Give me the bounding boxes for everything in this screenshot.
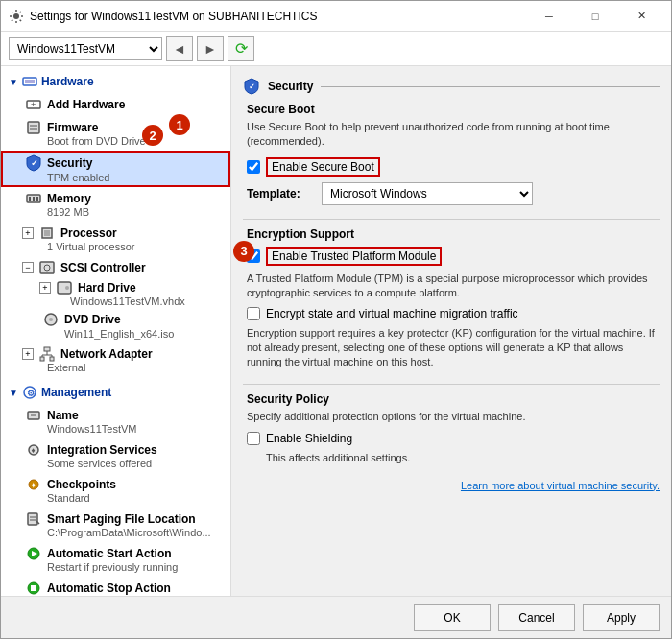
sidebar-item-security[interactable]: ✓ Security TPM enabled [1,151,230,187]
auto-start-sub: Restart if previously running [26,561,221,573]
secure-boot-section: Secure Boot Use Secure Boot to help prev… [243,103,660,205]
svg-text:+: + [31,100,36,109]
add-hardware-label: Add Hardware [47,98,125,111]
refresh-button[interactable]: ⟳ [228,36,254,61]
sidebar: ▼ Hardware + Add Hardware [1,66,231,596]
svg-point-18 [65,286,69,290]
sidebar-item-firmware[interactable]: Firmware Boot from DVD Drive 1 [1,116,230,151]
sidebar-item-dvd[interactable]: DVD Drive Win11_English_x64.iso [1,310,230,343]
enable-tpm-row: Enable Trusted Platform Module 3 [247,247,660,266]
sidebar-item-checkpoints[interactable]: ✦ Checkpoints Standard [1,473,230,508]
hardware-label: Hardware [41,75,94,88]
forward-button[interactable]: ► [197,36,224,61]
content-area: ▼ Hardware + Add Hardware [1,66,671,596]
enable-shielding-label[interactable]: Enable Shielding [266,432,352,445]
title-bar-left: Settings for Windows11TestVM on SUBHANIT… [9,9,317,24]
memory-sub: 8192 MB [26,206,221,218]
ok-button[interactable]: OK [414,604,491,631]
template-row: Template: Microsoft Windows [247,182,660,205]
svg-point-20 [49,318,53,321]
enable-tpm-label[interactable]: Enable Trusted Platform Module [266,247,442,266]
cancel-button[interactable]: Cancel [498,604,575,631]
encrypt-migration-checkbox[interactable] [247,307,260,320]
sidebar-item-smart-paging[interactable]: Smart Paging File Location C:\ProgramDat… [1,508,230,542]
footer: OK Cancel Apply [1,596,671,638]
network-label: Network Adapter [60,347,153,361]
management-section-header[interactable]: ▼ ⚙ Management [1,381,230,404]
security-policy-section: Security Policy Specify additional prote… [243,392,660,466]
svg-point-0 [13,13,19,19]
maximize-button[interactable]: □ [573,1,617,32]
sidebar-item-auto-stop[interactable]: Automatic Stop Action Save [1,577,230,596]
minimize-button[interactable]: ─ [527,1,571,32]
dvd-sub: Win11_English_x64.iso [43,328,174,340]
apply-button[interactable]: Apply [583,604,660,631]
hardware-section-header[interactable]: ▼ Hardware [1,70,230,93]
scsi-icon [39,260,55,275]
sidebar-item-memory[interactable]: Memory 8192 MB [1,187,230,222]
sidebar-item-processor[interactable]: + Processor 1 Virtual processor [1,222,230,256]
auto-stop-icon [26,580,41,596]
security-panel-icon: ✓ [243,78,260,95]
security-label: Security [47,156,92,170]
title-bar: Settings for Windows11TestVM on SUBHANIT… [1,1,671,32]
scsi-label: SCSI Controller [60,261,146,274]
sidebar-item-auto-start[interactable]: Automatic Start Action Restart if previo… [1,542,230,577]
vm-dropdown[interactable]: Windows11TestVM [9,37,162,60]
close-button[interactable]: ✕ [619,1,663,32]
sidebar-item-name[interactable]: Name Windows11TestVM [1,404,230,438]
enable-secure-boot-label[interactable]: Enable Secure Boot [266,157,380,177]
name-icon [26,408,41,423]
smart-paging-label: Smart Paging File Location [47,512,196,526]
shielding-note: This affects additional settings. [266,451,660,465]
sidebar-item-network[interactable]: + Network Adapter External [1,343,230,377]
hardware-expand-icon: ▼ [9,77,18,87]
encrypt-migration-row: Encrypt state and virtual machine migrat… [247,307,660,320]
encrypt-migration-label[interactable]: Encrypt state and virtual machine migrat… [266,307,518,320]
hdd-expand-btn[interactable]: + [39,282,51,294]
hard-drive-icon [57,281,72,295]
auto-start-icon [26,546,41,561]
enable-secure-boot-checkbox[interactable] [247,160,260,174]
hard-drive-sub: Windows11TestVM.vhdx [43,296,185,307]
template-select[interactable]: Microsoft Windows [322,182,533,205]
processor-sub: 1 Virtual processor [26,241,221,252]
network-icon [39,346,55,362]
toolbar: Windows11TestVM ◄ ► ⟳ [1,32,671,66]
svg-rect-36 [28,513,37,525]
svg-rect-21 [44,347,50,351]
svg-rect-2 [25,80,35,83]
integration-icon: ♦ [26,442,41,458]
svg-text:✦: ✦ [30,481,37,490]
sidebar-item-scsi[interactable]: − SCSI Controller [1,256,230,279]
security-section-header: ✓ Security [243,78,660,95]
settings-icon [9,9,24,24]
smart-paging-sub: C:\ProgramData\Microsoft\Windo... [26,527,221,538]
badge-1: 1 [169,114,190,135]
tpm-description: A Trusted Platform Module (TPM) is a spe… [247,272,660,301]
network-sub: External [26,362,221,373]
learn-more-link[interactable]: Learn more about virtual machine securit… [243,480,660,491]
security-section-line [321,86,660,87]
memory-label: Memory [47,192,91,205]
add-hardware-icon: + [26,97,41,112]
back-button[interactable]: ◄ [166,36,193,61]
scsi-expand-btn[interactable]: − [22,262,34,273]
smart-paging-icon [26,511,41,527]
sidebar-item-integration[interactable]: ♦ Integration Services Some services off… [1,438,230,473]
enable-shielding-checkbox[interactable] [247,432,260,445]
svg-rect-42 [31,585,36,591]
management-label: Management [41,386,111,399]
sidebar-item-add-hardware[interactable]: + Add Hardware [1,93,230,116]
processor-expand-btn[interactable]: + [22,227,34,239]
enable-shielding-row: Enable Shielding [247,432,660,445]
network-expand-btn[interactable]: + [22,348,34,360]
sidebar-item-hard-drive[interactable]: + Hard Drive Windows11TestVM.vhdx [1,279,230,310]
window-title: Settings for Windows11TestVM on SUBHANIT… [30,10,317,23]
svg-rect-22 [40,357,44,361]
hardware-icon [22,74,37,89]
firmware-sub: Boot from DVD Drive [26,135,221,147]
security-icon: ✓ [26,154,41,172]
checkpoints-label: Checkpoints [47,478,116,491]
name-label: Name [47,409,79,422]
